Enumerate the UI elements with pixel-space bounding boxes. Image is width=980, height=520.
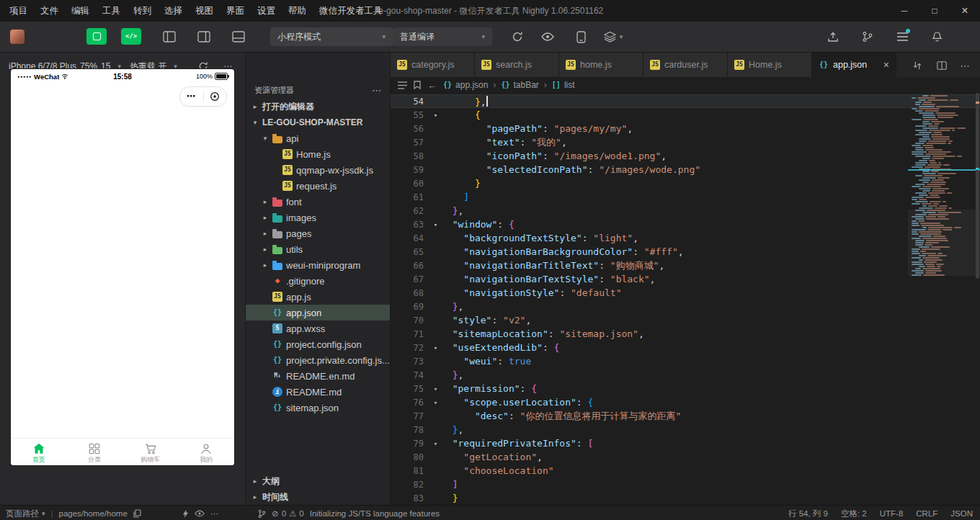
chevron-right-icon[interactable]: ▸ bbox=[262, 214, 269, 221]
cursor-position[interactable]: 行 54, 列 9 bbox=[788, 508, 828, 519]
fold-icon[interactable]: ▾ bbox=[430, 440, 441, 447]
close-tab-icon[interactable]: × bbox=[883, 59, 889, 71]
explorer-item-utils[interactable]: ▸utils bbox=[246, 241, 390, 257]
code-editor[interactable]: 54 },55▾ {56 "pagePath": "pages/my/my",5… bbox=[391, 93, 980, 505]
explorer-item-project.config.json[interactable]: {}project.config.json bbox=[246, 336, 390, 352]
clear-cache-button[interactable]: ▾ bbox=[600, 28, 626, 45]
chevron-right-icon[interactable]: ▸ bbox=[262, 246, 269, 253]
maximize-button[interactable]: □ bbox=[919, 0, 950, 22]
split-editor-icon[interactable] bbox=[934, 58, 950, 73]
code-line-64[interactable]: 64 "backgroundTextStyle": "light", bbox=[391, 231, 980, 245]
code-line-79[interactable]: 79▾ "requiredPrivateInfos": [ bbox=[391, 436, 980, 450]
explorer-item-api[interactable]: ▾api bbox=[246, 130, 390, 146]
menu-item[interactable]: 视图 bbox=[189, 0, 220, 22]
outline-list-icon[interactable] bbox=[398, 81, 407, 89]
upload-button[interactable] bbox=[824, 28, 842, 45]
toggle-editor-button[interactable] bbox=[195, 28, 213, 45]
fold-icon[interactable]: ▾ bbox=[430, 344, 441, 351]
menu-item[interactable]: 选择 bbox=[158, 0, 189, 22]
preview-button[interactable] bbox=[86, 28, 107, 45]
outline-section[interactable]: ▸ 大纲 bbox=[246, 473, 390, 489]
chevron-right-icon[interactable]: ▸ bbox=[262, 230, 269, 237]
explorer-item-Home.js[interactable]: JSHome.js bbox=[246, 146, 390, 162]
chevron-right-icon[interactable]: ▸ bbox=[262, 261, 269, 269]
minimize-button[interactable]: ─ bbox=[889, 0, 919, 22]
explorer-item-app.js[interactable]: JSapp.js bbox=[246, 289, 390, 305]
preview-eye-button[interactable] bbox=[538, 28, 557, 45]
code-line-63[interactable]: 63▾ "window": { bbox=[391, 218, 980, 231]
code-line-74[interactable]: 74 }, bbox=[391, 368, 980, 382]
code-line-77[interactable]: 77 "desc": "你的位置信息将用于计算与家的距离" bbox=[391, 409, 980, 423]
menu-item[interactable]: 项目 bbox=[3, 0, 34, 22]
toggle-debugger-button[interactable] bbox=[229, 28, 248, 45]
phone-simulator-screen[interactable]: ●●●●● WeChat 15:58 100% ⋯ bbox=[11, 69, 234, 465]
code-line-83[interactable]: 83 } bbox=[391, 491, 980, 505]
editor-tab-app.json[interactable]: {}app.json× bbox=[812, 53, 896, 77]
mode-select[interactable]: 小程序模式 ▾ bbox=[270, 27, 393, 46]
details-button[interactable] bbox=[893, 28, 912, 45]
menu-item[interactable]: 转到 bbox=[127, 0, 158, 22]
problems-indicator[interactable]: ⊘0 ⚠0 bbox=[272, 508, 304, 519]
code-line-65[interactable]: 65 "navigationBarBackgroundColor": "#fff… bbox=[391, 245, 980, 259]
git-branch-icon[interactable] bbox=[258, 509, 266, 519]
breadcrumb-item[interactable]: {}app.json bbox=[443, 80, 488, 90]
compare-icon[interactable] bbox=[909, 58, 925, 73]
phone-tab-购物车[interactable]: 购物车 bbox=[122, 439, 179, 465]
code-view-button[interactable]: </> bbox=[121, 28, 141, 45]
phone-tab-我的[interactable]: 我的 bbox=[179, 439, 235, 465]
code-line-71[interactable]: 71 "sitemapLocation": "sitemap.json", bbox=[391, 327, 980, 341]
menu-item[interactable]: 微信开发者工具 bbox=[313, 0, 389, 22]
code-line-61[interactable]: 61 ] bbox=[391, 190, 980, 204]
close-button[interactable]: × bbox=[950, 0, 980, 22]
code-line-80[interactable]: 80 "getLocation", bbox=[391, 450, 980, 464]
minimap[interactable] bbox=[909, 94, 974, 505]
code-line-69[interactable]: 69 }, bbox=[391, 300, 980, 313]
code-line-72[interactable]: 72▾ "useExtendedLib": { bbox=[391, 341, 980, 354]
menu-item[interactable]: 工具 bbox=[96, 0, 127, 22]
open-editors-section[interactable]: ▸ 打开的编辑器 bbox=[246, 99, 390, 115]
scrollbar[interactable] bbox=[974, 93, 980, 505]
explorer-item-qqmap-wx-jssdk.js[interactable]: JSqqmap-wx-jssdk.js bbox=[246, 162, 390, 178]
menu-item[interactable]: 文件 bbox=[34, 0, 65, 22]
menu-item[interactable]: 帮助 bbox=[282, 0, 313, 22]
fold-icon[interactable]: ▾ bbox=[430, 385, 441, 393]
eol-setting[interactable]: CRLF bbox=[916, 509, 937, 518]
fold-icon[interactable]: ▾ bbox=[430, 112, 441, 119]
performance-icon[interactable] bbox=[182, 509, 189, 519]
visibility-icon[interactable] bbox=[195, 510, 205, 517]
code-line-57[interactable]: 57 "text": "我的", bbox=[391, 135, 980, 149]
indent-setting[interactable]: 空格: 2 bbox=[841, 508, 867, 519]
chevron-right-icon[interactable]: ▸ bbox=[262, 198, 269, 205]
code-line-55[interactable]: 55▾ { bbox=[391, 108, 980, 122]
editor-tab-Home.js[interactable]: JSHome.js bbox=[728, 53, 812, 77]
user-avatar[interactable] bbox=[10, 30, 24, 44]
explorer-item-pages[interactable]: ▸pages bbox=[246, 225, 390, 241]
code-line-60[interactable]: 60 } bbox=[391, 176, 980, 190]
code-line-76[interactable]: 76▾ "scope.userLocation": { bbox=[391, 395, 980, 409]
language-mode[interactable]: JSON bbox=[950, 509, 973, 518]
explorer-item-request.js[interactable]: JSrequest.js bbox=[246, 178, 390, 194]
explorer-item-weui-miniprogram[interactable]: ▸weui-miniprogram bbox=[246, 257, 390, 273]
code-line-56[interactable]: 56 "pagePath": "pages/my/my", bbox=[391, 122, 980, 135]
code-line-54[interactable]: 54 }, bbox=[391, 94, 980, 108]
bookmark-icon[interactable] bbox=[414, 81, 421, 89]
page-path-label[interactable]: 页面路径 bbox=[6, 508, 39, 519]
copy-icon[interactable] bbox=[133, 509, 141, 518]
code-line-67[interactable]: 67 "navigationBarTextStyle": "black", bbox=[391, 272, 980, 286]
timeline-section[interactable]: ▸ 时间线 bbox=[246, 489, 390, 505]
scrollbar-thumb[interactable] bbox=[976, 93, 979, 279]
editor-tab-category.js[interactable]: JScategory.js bbox=[391, 53, 475, 77]
remote-debug-button[interactable] bbox=[571, 28, 590, 45]
phone-tab-首页[interactable]: 首页 bbox=[11, 439, 67, 465]
compile-button[interactable] bbox=[508, 28, 527, 45]
code-line-58[interactable]: 58 "iconPath": "/images/wode1.png", bbox=[391, 149, 980, 163]
breadcrumb-item[interactable]: []list bbox=[552, 80, 575, 90]
explorer-item-font[interactable]: ▸font bbox=[246, 194, 390, 210]
more-icon[interactable]: ⋯ bbox=[210, 508, 219, 519]
explorer-item-sitemap.json[interactable]: {}sitemap.json bbox=[246, 400, 390, 416]
breadcrumb-item[interactable]: {}tabBar bbox=[501, 80, 538, 90]
explorer-item-app.wxss[interactable]: Sapp.wxss bbox=[246, 320, 390, 336]
toggle-simulator-button[interactable] bbox=[160, 28, 179, 45]
code-line-62[interactable]: 62 }, bbox=[391, 204, 980, 218]
fold-icon[interactable]: ▾ bbox=[430, 399, 441, 406]
